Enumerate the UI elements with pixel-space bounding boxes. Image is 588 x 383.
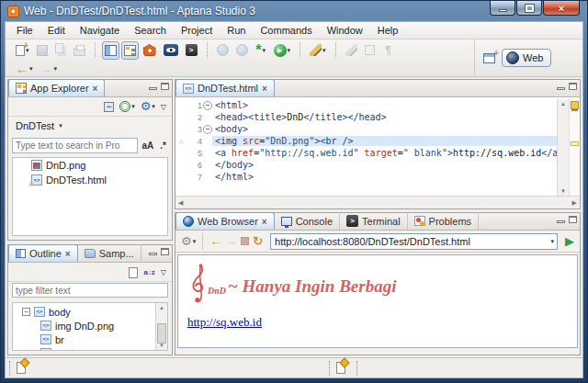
regex-toggle[interactable]: .* (158, 140, 168, 152)
run-button[interactable]: ▶▾ (271, 41, 294, 60)
menu-commands[interactable]: Commands (253, 23, 319, 38)
view-menu-button[interactable]: ▽ (161, 268, 166, 276)
toggle-project-view-button[interactable] (121, 41, 139, 60)
fold-marker[interactable] (202, 125, 212, 134)
close-tab-icon[interactable]: × (262, 217, 267, 227)
overview-ruler[interactable] (569, 99, 580, 196)
save-button[interactable] (34, 41, 51, 60)
outline-filter-input[interactable] (12, 283, 168, 298)
terminal-button[interactable]: > (183, 41, 200, 60)
minimize-button[interactable] (490, 1, 515, 16)
editor-horizontal-scrollbar[interactable]: ◀ ▶ (175, 196, 580, 208)
outline-tree-row[interactable]: <>br (13, 332, 167, 346)
project-search-input[interactable] (12, 138, 138, 153)
menu-help[interactable]: Help (370, 23, 406, 38)
scroll-left-icon[interactable]: ◀ (178, 199, 183, 207)
open-perspective-button[interactable]: + (481, 49, 498, 67)
file-row[interactable]: <>⚠DnDTest.html (13, 173, 167, 187)
dropdown-arrow-icon[interactable]: ▾ (288, 47, 291, 54)
link-with-editor-button[interactable] (129, 267, 138, 278)
outline-scrollbar[interactable]: ▲ ▼ (155, 303, 167, 350)
menu-edit[interactable]: Edit (40, 23, 73, 38)
tab-app-explorer[interactable]: App Explorer × (8, 79, 105, 96)
tab-outline[interactable]: Outline × (8, 244, 78, 262)
menu-file[interactable]: File (9, 23, 40, 38)
external-tools-button[interactable]: ▾ (307, 41, 329, 60)
url-dropdown-icon[interactable]: ▾ (548, 238, 557, 245)
code-line[interactable]: 6</body> (175, 159, 557, 171)
tab-editor-dndtest[interactable]: <> DnDTest.html × (175, 79, 275, 96)
tab-terminal[interactable]: >Terminal (340, 212, 408, 230)
browser-settings-button[interactable]: ⚙▾ (181, 236, 196, 247)
menu-project[interactable]: Project (174, 23, 220, 38)
settings-button[interactable]: ⚙▾ (141, 101, 155, 112)
close-tab-icon[interactable]: × (262, 84, 267, 94)
show-whitespace-button[interactable]: ¶ (380, 41, 397, 60)
code-line[interactable]: 5<a href="http://sq.web.id" target="_bla… (175, 147, 557, 159)
tree-expander-icon[interactable]: − (22, 308, 30, 316)
code-line[interactable]: 1<html> (175, 99, 557, 111)
scroll-right-icon[interactable]: ▶ (572, 199, 577, 207)
outline-tree-row[interactable]: −<>body (13, 305, 167, 319)
browser-stop-button[interactable] (241, 237, 249, 245)
scrollbar-thumb[interactable] (157, 323, 166, 344)
code-line[interactable]: 2<head><title>DnD</title></head> (175, 111, 557, 123)
show-block-button[interactable] (362, 41, 379, 60)
tab-samples[interactable]: Samp... (78, 244, 141, 262)
close-button[interactable]: × (543, 1, 580, 16)
new-wizard-button[interactable]: +▾ (13, 41, 32, 60)
code-line[interactable]: 7</html> (175, 171, 557, 183)
sort-button[interactable]: a↓z (143, 268, 154, 276)
maximize-view-button[interactable] (161, 83, 169, 90)
tab-problems[interactable]: Problems (408, 212, 479, 230)
browser-forward-button[interactable]: → (225, 236, 237, 247)
aptana-home-button[interactable] (141, 41, 159, 60)
preview-button[interactable] (161, 41, 181, 60)
dropdown-arrow-icon[interactable]: ▾ (54, 65, 58, 73)
browser-back-button[interactable]: ← (209, 236, 221, 247)
tab-console[interactable]: Console (275, 212, 340, 230)
tab-web-browser[interactable]: Web Browser× (175, 212, 275, 230)
browser-go-button[interactable]: ▶ (565, 234, 574, 248)
scroll-up-icon[interactable]: ▲ (156, 305, 167, 310)
deploy-button[interactable]: ▾ (119, 101, 135, 112)
maximize-button[interactable] (516, 1, 542, 16)
dropdown-arrow-icon[interactable]: ▾ (193, 238, 197, 245)
menu-run[interactable]: Run (220, 23, 253, 38)
restore-trim-icon[interactable] (336, 362, 345, 374)
file-row[interactable]: DnD.png (13, 158, 167, 173)
format-brush-button[interactable] (343, 41, 360, 60)
external-preview-button[interactable] (233, 41, 251, 60)
code-line[interactable]: 3<body> (175, 123, 557, 135)
maximize-view-button[interactable] (569, 83, 577, 90)
outline-tree-row[interactable]: <>a (13, 346, 167, 351)
toggle-app-explorer-button[interactable] (102, 41, 119, 60)
project-selector[interactable]: DnDTest ▾ (8, 117, 172, 135)
minimize-view-button[interactable] (149, 87, 157, 90)
url-input[interactable] (271, 236, 548, 247)
scroll-up-icon[interactable]: ▲ (558, 101, 569, 107)
dropdown-arrow-icon[interactable]: ▾ (322, 47, 326, 54)
back-button[interactable]: ←▾ (13, 60, 36, 78)
outline-tree-row[interactable]: <>img DnD.png (13, 319, 167, 332)
maximize-view-button[interactable] (569, 216, 577, 223)
case-sensitive-toggle[interactable]: aA (141, 140, 156, 152)
dropdown-arrow-icon[interactable]: ▾ (152, 103, 155, 110)
code-line[interactable]: ⚠4<img src="DnD.png"><br /> (175, 135, 557, 147)
minimize-view-button[interactable] (557, 220, 565, 223)
dropdown-arrow-icon[interactable]: ▾ (29, 65, 33, 73)
dropdown-arrow-icon[interactable]: ▾ (262, 47, 266, 54)
warning-marker[interactable] (571, 141, 579, 146)
minimize-view-button[interactable] (557, 87, 565, 90)
collapse-all-button[interactable]: − (104, 102, 114, 112)
forward-button[interactable]: →▾ (38, 60, 61, 78)
menu-search[interactable]: Search (127, 23, 174, 38)
print-button[interactable] (71, 41, 88, 60)
fold-marker[interactable] (202, 101, 212, 110)
titlebar[interactable]: Web - DnDTest/DnDTest.html - Aptana Stud… (1, 1, 587, 21)
scroll-down-icon[interactable]: ▼ (558, 188, 569, 194)
minimize-view-button[interactable] (149, 253, 157, 255)
scroll-down-icon[interactable]: ▼ (156, 343, 167, 348)
save-all-button[interactable] (52, 41, 69, 60)
web-perspective-button[interactable]: Web (502, 49, 551, 67)
